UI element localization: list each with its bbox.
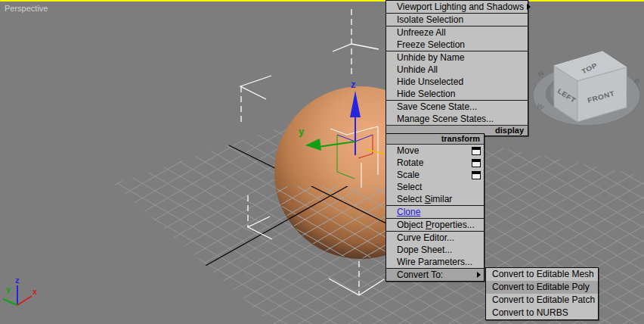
viewport: z y z y x N W S E bbox=[0, 0, 644, 324]
menu-item-label: Convert to Editable Patch bbox=[492, 294, 595, 307]
menu-item-label: Unfreeze All bbox=[397, 26, 525, 39]
world-axis-tripod: z y x bbox=[3, 276, 38, 305]
menu-item-select[interactable]: Select bbox=[386, 181, 484, 193]
menu-item-clone[interactable]: Clone bbox=[386, 206, 484, 218]
menu-item-freeze-selection[interactable]: Freeze Selection bbox=[386, 39, 528, 51]
menu-item-scale[interactable]: Scale bbox=[386, 169, 484, 181]
viewcube[interactable]: N W S E TOP LEFT FRONT bbox=[533, 51, 642, 126]
menu-item-label: Save Scene State... bbox=[397, 101, 525, 113]
menu-item-label: Viewport Lighting and Shadows bbox=[397, 1, 524, 13]
quad-menu-transform: transform MoveRotateScaleSelectSelect Si… bbox=[385, 133, 485, 282]
menu-item-viewport-lighting-and-shadows[interactable]: Viewport Lighting and Shadows bbox=[386, 1, 528, 13]
world-x-label: x bbox=[33, 287, 38, 296]
display-menu-items: Viewport Lighting and ShadowsIsolate Sel… bbox=[386, 1, 528, 125]
menu-item-hide-unselected[interactable]: Hide Unselected bbox=[386, 76, 528, 88]
menu-item-unfreeze-all[interactable]: Unfreeze All bbox=[386, 26, 528, 39]
submenu-arrow-icon bbox=[477, 272, 481, 278]
menu-item-manage-scene-states[interactable]: Manage Scene States... bbox=[386, 113, 528, 125]
menu-item-label: Convert to NURBS bbox=[492, 307, 595, 319]
menu-item-move[interactable]: Move bbox=[386, 145, 484, 157]
transform-menu-items: MoveRotateScaleSelectSelect SimilarClone… bbox=[386, 145, 484, 281]
submenu-arrow-icon bbox=[527, 4, 531, 10]
menu-item-label: Hide Selection bbox=[397, 88, 525, 100]
menu-item-object-properties[interactable]: Object Properties... bbox=[386, 219, 484, 231]
world-y-label: y bbox=[6, 285, 11, 294]
menu-item-unhide-by-name[interactable]: Unhide by Name bbox=[386, 51, 528, 64]
menu-item-convert-to[interactable]: Convert To: bbox=[386, 269, 484, 281]
settings-box-icon[interactable] bbox=[472, 147, 481, 155]
menu-item-rotate[interactable]: Rotate bbox=[386, 157, 484, 169]
menu-item-label: Hide Unselected bbox=[397, 76, 525, 88]
menu-item-label: Convert to Editable Poly bbox=[492, 281, 595, 294]
menu-item-label: Convert To: bbox=[397, 269, 474, 281]
menu-item-label: Move bbox=[397, 145, 469, 157]
menu-item-label: Clone bbox=[397, 206, 481, 218]
menu-item-dope-sheet[interactable]: Dope Sheet... bbox=[386, 244, 484, 256]
menu-item-convert-to-editable-mesh[interactable]: Convert to Editable Mesh bbox=[486, 268, 598, 281]
gizmo-z-label: z bbox=[351, 79, 356, 90]
menu-item-label: Isolate Selection bbox=[397, 14, 525, 26]
menu-item-convert-to-editable-patch[interactable]: Convert to Editable Patch bbox=[486, 294, 598, 307]
settings-box-icon[interactable] bbox=[472, 171, 481, 179]
convert-submenu-items: Convert to Editable MeshConvert to Edita… bbox=[486, 268, 598, 319]
menu-item-label: Scale bbox=[397, 169, 469, 181]
menu-item-select-similar[interactable]: Select Similar bbox=[386, 193, 484, 205]
active-viewport-border bbox=[0, 0, 644, 2]
transform-menu-title[interactable]: transform bbox=[386, 134, 484, 145]
menu-item-label: Freeze Selection bbox=[397, 39, 525, 51]
menu-item-convert-to-editable-poly[interactable]: Convert to Editable Poly bbox=[486, 281, 598, 294]
menu-item-curve-editor[interactable]: Curve Editor... bbox=[386, 232, 484, 244]
quad-menu-display: Viewport Lighting and ShadowsIsolate Sel… bbox=[385, 0, 528, 136]
menu-item-label: Wire Parameters... bbox=[397, 256, 481, 268]
menu-item-label: Object Properties... bbox=[397, 219, 481, 231]
menu-item-wire-parameters[interactable]: Wire Parameters... bbox=[386, 256, 484, 268]
viewport-label[interactable]: Perspective bbox=[5, 4, 48, 13]
menu-item-label: Manage Scene States... bbox=[397, 113, 525, 125]
convert-to-submenu: Convert to Editable MeshConvert to Edita… bbox=[485, 267, 599, 320]
menu-item-label: Unhide All bbox=[397, 64, 525, 76]
menu-item-label: Dope Sheet... bbox=[397, 244, 481, 256]
menu-item-label: Curve Editor... bbox=[397, 232, 481, 244]
menu-item-save-scene-state[interactable]: Save Scene State... bbox=[386, 101, 528, 113]
menu-item-unhide-all[interactable]: Unhide All bbox=[386, 64, 528, 76]
menu-item-label: Convert to Editable Mesh bbox=[492, 268, 595, 281]
world-z-label: z bbox=[15, 276, 20, 285]
menu-item-hide-selection[interactable]: Hide Selection bbox=[386, 88, 528, 100]
menu-item-label: Select Similar bbox=[397, 193, 481, 205]
menu-item-label: Rotate bbox=[397, 157, 469, 169]
menu-item-isolate-selection[interactable]: Isolate Selection bbox=[386, 14, 528, 26]
menu-item-label: Select bbox=[397, 181, 481, 193]
menu-item-convert-to-nurbs[interactable]: Convert to NURBS bbox=[486, 307, 598, 319]
settings-box-icon[interactable] bbox=[472, 159, 481, 167]
menu-item-label: Unhide by Name bbox=[397, 51, 525, 64]
gizmo-y-label: y bbox=[299, 126, 305, 137]
